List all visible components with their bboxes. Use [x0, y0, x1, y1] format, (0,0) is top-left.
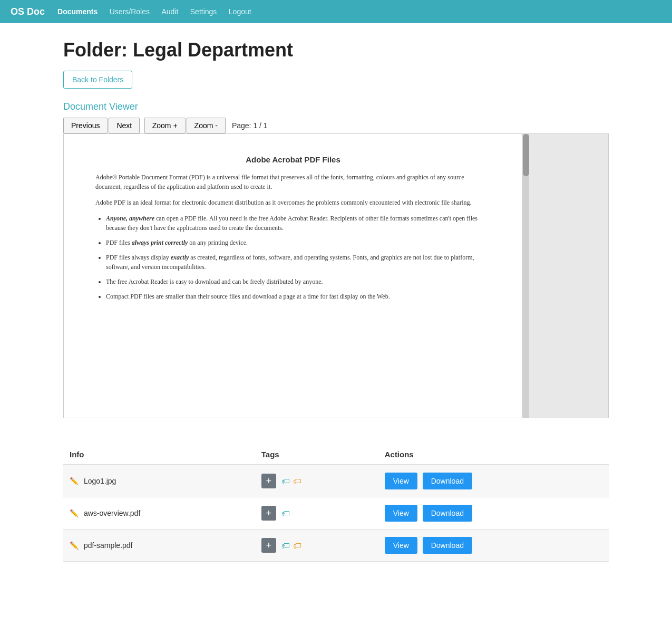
pdf-canvas: Adobe Acrobat PDF Files Adobe® Portable … [64, 134, 523, 418]
file-edit-icon: ✏️ [70, 541, 79, 550]
file-info-cell: ✏️ aws-overview.pdf [63, 497, 255, 530]
actions-cell: View Download [378, 530, 609, 562]
zoom-in-button[interactable]: Zoom + [144, 118, 186, 133]
page-content: Folder: Legal Department Back to Folders… [0, 23, 672, 578]
viewer-title: Document Viewer [63, 101, 609, 112]
pdf-title: Adobe Acrobat PDF Files [95, 155, 491, 164]
brand-logo: OS Doc [11, 6, 45, 17]
nav-settings[interactable]: Settings [190, 7, 217, 16]
pdf-bullet-list: Anyone, anywhere can open a PDF file. Al… [106, 214, 491, 301]
download-button[interactable]: Download [423, 505, 472, 522]
pdf-bullet-2: PDF files always print correctly on any … [106, 238, 491, 247]
table-row: ✏️ pdf-sample.pdf + 🏷 🏷 View Download [63, 530, 609, 562]
view-button[interactable]: View [385, 505, 417, 522]
table-row: ✏️ Logo1.jpg + 🏷 🏷 View Download [63, 465, 609, 497]
pdf-bullet-4: The free Acrobat Reader is easy to downl… [106, 277, 491, 286]
tag-icon-1: 🏷 [281, 477, 290, 486]
file-table: Info Tags Actions ✏️ Logo1.jpg + 🏷 🏷 Vie… [63, 445, 609, 562]
nav-links: Documents Users/Roles Audit Settings Log… [57, 7, 261, 16]
nav-users-roles[interactable]: Users/Roles [110, 7, 150, 16]
download-button[interactable]: Download [423, 473, 472, 489]
file-name: aws-overview.pdf [84, 509, 140, 517]
table-row: ✏️ aws-overview.pdf + 🏷 View Download [63, 497, 609, 530]
pdf-para-1: Adobe® Portable Document Format (PDF) is… [95, 172, 491, 191]
tag-icon-2: 🏷 [293, 477, 301, 486]
tag-icon-2: 🏷 [293, 541, 301, 551]
tags-cell: + 🏷 🏷 [255, 530, 378, 562]
viewer-container: Adobe Acrobat PDF Files Adobe® Portable … [63, 133, 609, 418]
file-edit-icon: ✏️ [70, 509, 79, 517]
document-viewer-section: Document Viewer Previous Next Zoom + Zoo… [63, 101, 609, 418]
tag-icon-1: 🏷 [281, 541, 290, 551]
nav-audit[interactable]: Audit [161, 7, 178, 16]
page-title: Folder: Legal Department [63, 39, 609, 61]
file-edit-icon: ✏️ [70, 477, 79, 485]
download-button[interactable]: Download [423, 537, 472, 554]
actions-cell: View Download [378, 497, 609, 530]
nav-documents[interactable]: Documents [57, 7, 98, 16]
tag-icon-1: 🏷 [281, 509, 290, 518]
col-header-tags: Tags [255, 445, 378, 465]
file-info-cell: ✏️ Logo1.jpg [63, 465, 255, 497]
col-header-info: Info [63, 445, 255, 465]
file-name: Logo1.jpg [84, 477, 116, 485]
page-info: Page: 1 / 1 [232, 121, 268, 130]
tags-cell: + 🏷 [255, 497, 378, 530]
back-to-folders-button[interactable]: Back to Folders [63, 71, 132, 89]
previous-button[interactable]: Previous [63, 118, 108, 133]
zoom-out-button[interactable]: Zoom - [187, 118, 226, 133]
navbar: OS Doc Documents Users/Roles Audit Setti… [0, 0, 672, 23]
nav-logout[interactable]: Logout [229, 7, 251, 16]
viewer-toolbar: Previous Next Zoom + Zoom - Page: 1 / 1 [63, 118, 609, 133]
pdf-para-2: Adobe PDF is an ideal format for electro… [95, 198, 491, 207]
col-header-actions: Actions [378, 445, 609, 465]
add-tag-button[interactable]: + [261, 474, 276, 488]
add-tag-button[interactable]: + [261, 538, 276, 553]
tags-cell: + 🏷 🏷 [255, 465, 378, 497]
pdf-sidebar [529, 134, 608, 418]
viewer-scrollbar[interactable] [523, 134, 529, 418]
file-name: pdf-sample.pdf [84, 541, 133, 550]
scrollbar-thumb[interactable] [523, 134, 529, 176]
add-tag-button[interactable]: + [261, 506, 276, 521]
pdf-bullet-5: Compact PDF files are smaller than their… [106, 292, 491, 301]
next-button[interactable]: Next [109, 118, 140, 133]
view-button[interactable]: View [385, 537, 417, 554]
pdf-bullet-1: Anyone, anywhere can open a PDF file. Al… [106, 214, 491, 233]
view-button[interactable]: View [385, 473, 417, 489]
file-info-cell: ✏️ pdf-sample.pdf [63, 530, 255, 562]
pdf-bullet-3: PDF files always display exactly as crea… [106, 253, 491, 272]
actions-cell: View Download [378, 465, 609, 497]
